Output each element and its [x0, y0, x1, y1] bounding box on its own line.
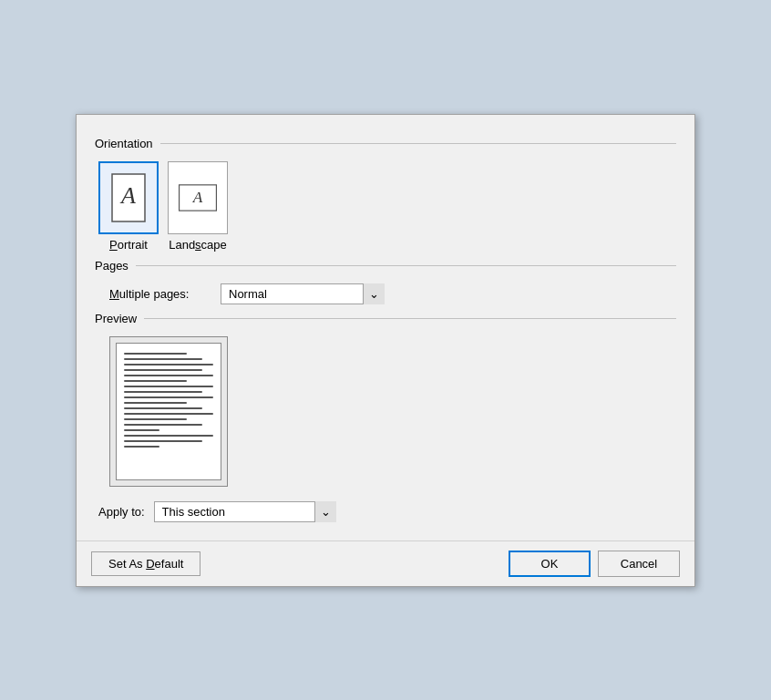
orientation-buttons: A Portrait A Landscape	[98, 161, 676, 252]
orientation-divider	[160, 143, 676, 144]
page-setup-dialog: Orientation A Portrait	[76, 114, 695, 587]
portrait-icon: A	[108, 172, 149, 223]
ok-button[interactable]: OK	[509, 551, 591, 577]
preview-line-15	[124, 429, 159, 431]
multiple-pages-wrapper: Normal Mirror margins 2 pages per sheet …	[221, 283, 385, 304]
orientation-label: Orientation	[95, 137, 153, 150]
preview-line-9	[124, 396, 213, 398]
cancel-button[interactable]: Cancel	[598, 551, 680, 577]
preview-line-13	[124, 418, 187, 420]
set-default-button[interactable]: Set As Default	[91, 551, 200, 576]
svg-text:A: A	[119, 182, 136, 209]
preview-page-inner	[116, 343, 221, 480]
preview-line-18	[124, 446, 159, 448]
preview-line-3	[124, 364, 213, 365]
preview-label: Preview	[95, 312, 137, 325]
pages-row: Multiple pages: Normal Mirror margins 2 …	[109, 283, 676, 304]
preview-section: Preview	[95, 312, 676, 487]
preview-line-10	[124, 402, 187, 404]
landscape-icon: A	[178, 172, 218, 223]
preview-line-1	[124, 353, 187, 355]
preview-line-16	[124, 435, 213, 437]
preview-line-4	[124, 369, 202, 371]
preview-line-17	[124, 440, 202, 442]
pages-divider	[136, 265, 676, 266]
pages-label: Pages	[95, 259, 128, 273]
ok-label: OK	[541, 557, 559, 571]
apply-to-label: Apply to:	[98, 505, 145, 519]
apply-row: Apply to: This section This point forwar…	[98, 501, 676, 522]
preview-line-11	[124, 407, 202, 409]
cancel-label: Cancel	[621, 557, 657, 571]
preview-line-2	[124, 358, 202, 360]
preview-line-14	[124, 424, 202, 426]
dialog-footer: Set As Default OK Cancel	[77, 540, 694, 586]
preview-page	[109, 336, 228, 487]
preview-line-8	[124, 391, 202, 393]
multiple-pages-label: Multiple pages:	[109, 287, 210, 301]
apply-to-select[interactable]: This section This point forward Whole do…	[154, 501, 336, 522]
preview-divider	[144, 318, 676, 319]
portrait-icon-box: A	[98, 161, 159, 234]
landscape-label: Landscape	[169, 238, 227, 252]
portrait-button[interactable]: A Portrait	[98, 161, 159, 252]
landscape-icon-box: A	[168, 161, 228, 234]
preview-container	[109, 336, 676, 487]
preview-line-5	[124, 375, 213, 376]
preview-line-12	[124, 413, 213, 415]
portrait-label: Portrait	[109, 238, 148, 252]
preview-line-7	[124, 386, 213, 387]
preview-line-6	[124, 380, 187, 382]
footer-right-buttons: OK Cancel	[509, 551, 680, 577]
orientation-section: Orientation A Portrait	[95, 137, 676, 252]
pages-section: Pages Multiple pages: Normal Mirror marg…	[95, 259, 676, 304]
multiple-pages-select[interactable]: Normal Mirror margins 2 pages per sheet …	[221, 283, 385, 304]
set-default-label: Set As Default	[108, 557, 183, 571]
svg-text:A: A	[192, 188, 203, 205]
apply-to-wrapper: This section This point forward Whole do…	[154, 501, 336, 522]
landscape-button[interactable]: A Landscape	[168, 161, 228, 252]
